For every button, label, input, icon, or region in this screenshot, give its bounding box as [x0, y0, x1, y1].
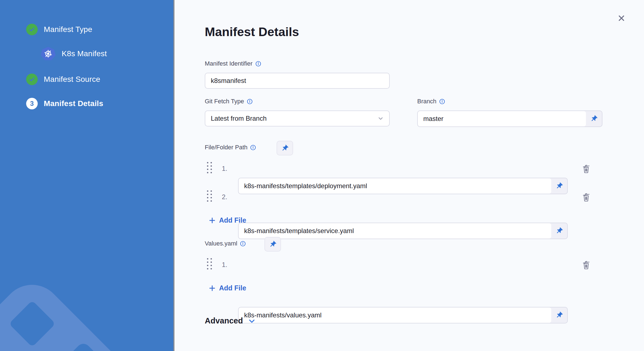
file-path-row — [238, 223, 568, 239]
file-path-pin-toggle[interactable] — [551, 178, 567, 194]
page-title: Manifest Details — [205, 25, 299, 39]
pin-icon — [269, 241, 277, 248]
add-file-label: Add File — [219, 216, 246, 224]
drag-handle[interactable] — [207, 162, 212, 173]
row-number: 1. — [222, 261, 227, 269]
pin-icon — [555, 227, 563, 235]
trash-icon — [581, 260, 591, 270]
sidebar-step-manifest-details[interactable]: 3 Manifest Details — [26, 98, 103, 109]
values-yaml-label: Values.yaml — [205, 240, 246, 247]
step-label: Manifest Source — [44, 75, 100, 84]
manifest-identifier-input[interactable] — [205, 73, 390, 89]
manifest-details-panel: Manifest Details Manifest Identifier Git… — [174, 0, 644, 351]
chevron-down-icon — [247, 317, 256, 325]
pin-icon — [590, 115, 598, 123]
info-icon[interactable] — [247, 98, 253, 105]
kubernetes-icon — [41, 47, 56, 61]
values-yaml-pin-button[interactable] — [264, 237, 281, 252]
info-icon[interactable] — [250, 144, 256, 151]
selected-option: Latest from Branch — [211, 115, 267, 122]
close-button[interactable] — [615, 12, 627, 24]
plus-icon — [209, 285, 216, 292]
manifest-wizard-dialog: Manifest Type K8s Manifest Manifest Sour… — [0, 0, 644, 351]
step-label: Manifest Details — [44, 99, 103, 108]
pin-icon — [555, 182, 563, 190]
wizard-sidebar: Manifest Type K8s Manifest Manifest Sour… — [0, 0, 173, 351]
drag-handle[interactable] — [207, 258, 212, 269]
file-folder-path-label: File/Folder Path — [205, 144, 256, 151]
info-icon[interactable] — [240, 241, 246, 247]
add-file-button[interactable]: Add File — [209, 216, 246, 224]
trash-icon — [581, 164, 591, 174]
file-path-input[interactable] — [239, 223, 551, 239]
pin-icon — [281, 144, 289, 152]
manifest-identifier-label: Manifest Identifier — [205, 60, 261, 67]
advanced-section-toggle[interactable]: Advanced — [205, 316, 256, 325]
info-icon[interactable] — [255, 61, 261, 67]
step-complete-check-icon — [26, 24, 38, 35]
sidebar-item-k8s-manifest[interactable]: K8s Manifest — [41, 47, 107, 61]
values-path-input[interactable] — [239, 307, 551, 323]
file-path-input[interactable] — [239, 178, 551, 194]
add-file-label: Add File — [219, 284, 246, 292]
file-path-pin-toggle[interactable] — [551, 223, 567, 239]
values-path-row — [238, 307, 568, 323]
pin-icon — [555, 311, 563, 319]
trash-icon — [581, 192, 591, 202]
label-text: Branch — [417, 98, 436, 105]
label-text: Values.yaml — [205, 240, 237, 247]
label-text: File/Folder Path — [205, 144, 247, 151]
advanced-label: Advanced — [205, 316, 243, 325]
label-text: Git Fetch Type — [205, 98, 244, 105]
delete-values-path-button[interactable] — [581, 260, 591, 271]
row-number: 2. — [222, 193, 227, 201]
row-number: 1. — [222, 165, 227, 172]
info-icon[interactable] — [439, 98, 445, 105]
drag-handle[interactable] — [207, 190, 212, 202]
git-fetch-type-label: Git Fetch Type — [205, 98, 253, 105]
branch-input[interactable] — [418, 111, 586, 126]
branch-label: Branch — [417, 98, 445, 105]
delete-file-path-button[interactable] — [581, 192, 591, 203]
label-text: Manifest Identifier — [205, 60, 253, 67]
add-values-file-button[interactable]: Add File — [209, 284, 246, 292]
step-number-badge: 3 — [26, 98, 38, 109]
git-fetch-type-select[interactable]: Latest from Branch — [205, 110, 390, 126]
manifest-type-label: K8s Manifest — [62, 49, 107, 58]
sidebar-step-manifest-source[interactable]: Manifest Source — [26, 74, 100, 85]
sidebar-step-manifest-type[interactable]: Manifest Type — [26, 24, 92, 35]
step-label: Manifest Type — [44, 25, 92, 34]
chevron-down-icon — [377, 115, 384, 122]
branch-pin-toggle[interactable] — [586, 111, 602, 126]
close-icon — [617, 14, 626, 23]
delete-file-path-button[interactable] — [581, 164, 591, 175]
file-folder-path-pin-button[interactable] — [277, 141, 293, 155]
file-path-row — [238, 178, 568, 194]
plus-icon — [209, 217, 216, 224]
step-complete-check-icon — [26, 74, 38, 85]
branch-field — [417, 110, 602, 127]
values-path-pin-toggle[interactable] — [551, 307, 567, 323]
